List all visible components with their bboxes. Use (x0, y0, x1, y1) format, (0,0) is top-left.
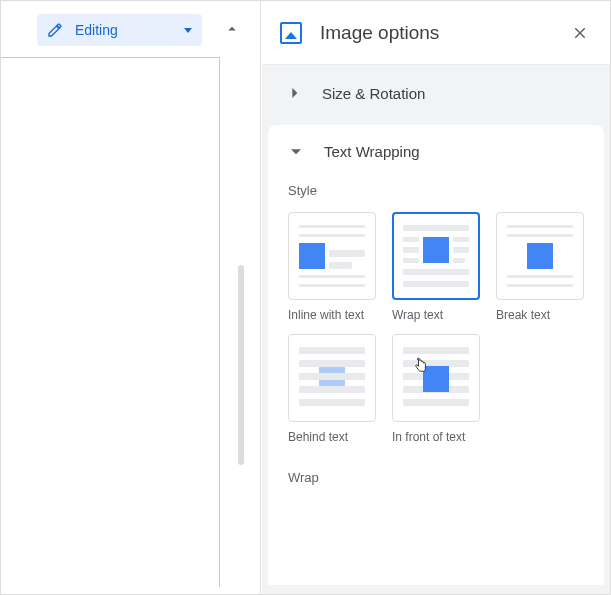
option-label: In front of text (392, 430, 465, 444)
close-panel-button[interactable] (564, 17, 596, 49)
document-left-pane: Editing (1, 1, 261, 594)
document-page-edge (1, 57, 220, 587)
section-size-rotation[interactable]: Size & Rotation (262, 65, 610, 121)
option-label: Break text (496, 308, 550, 322)
collapse-toolbar-button[interactable] (214, 11, 250, 47)
option-break-text[interactable]: Break text (496, 212, 586, 322)
thumb-break (496, 212, 584, 300)
editing-mode-dropdown[interactable]: Editing (37, 14, 202, 46)
thumb-wrap (392, 212, 480, 300)
chevron-down-icon (286, 141, 306, 161)
chevron-right-icon (284, 83, 304, 103)
option-label: Behind text (288, 430, 348, 444)
panel-title: Image options (320, 22, 564, 44)
image-options-panel: Image options Size & Rotation Text Wrapp… (262, 1, 610, 594)
chevron-up-icon (223, 20, 241, 38)
wrap-style-options: Inline with text (288, 212, 586, 444)
close-icon (571, 24, 589, 42)
scrollbar[interactable] (238, 265, 244, 465)
image-icon (280, 22, 302, 44)
option-label: Inline with text (288, 308, 364, 322)
pencil-icon (47, 22, 63, 38)
thumb-inline (288, 212, 376, 300)
panel-header: Image options (262, 1, 610, 65)
option-in-front-of-text[interactable]: In front of text (392, 334, 482, 444)
panel-body: Size & Rotation Text Wrapping Style (262, 65, 610, 594)
editing-mode-label: Editing (75, 22, 184, 38)
section-title: Size & Rotation (322, 85, 425, 102)
thumb-front (392, 334, 480, 422)
wrap-label: Wrap (288, 470, 584, 485)
section-title: Text Wrapping (324, 143, 420, 160)
dropdown-caret-icon (184, 28, 192, 33)
option-wrap-text[interactable]: Wrap text (392, 212, 482, 322)
section-text-wrapping: Text Wrapping Style (268, 125, 604, 585)
section-text-wrapping-header[interactable]: Text Wrapping (286, 141, 586, 161)
option-inline-with-text[interactable]: Inline with text (288, 212, 378, 322)
style-label: Style (288, 183, 584, 198)
option-behind-text[interactable]: Behind text (288, 334, 378, 444)
option-label: Wrap text (392, 308, 443, 322)
thumb-behind (288, 334, 376, 422)
